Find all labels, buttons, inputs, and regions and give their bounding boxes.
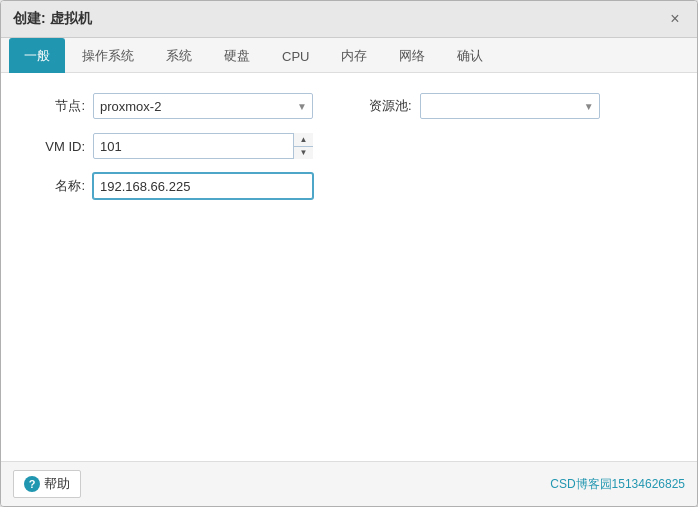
tab-cpu[interactable]: CPU [267,40,324,72]
vmid-label: VM ID: [25,139,85,154]
tab-general[interactable]: 一般 [9,38,65,73]
tab-disk[interactable]: 硬盘 [209,38,265,73]
tab-os[interactable]: 操作系统 [67,38,149,73]
vmid-spinner-buttons: ▲ ▼ [293,133,313,159]
tab-confirm[interactable]: 确认 [442,38,498,73]
tab-system[interactable]: 系统 [151,38,207,73]
vmid-spinner-wrap: ▲ ▼ [93,133,313,159]
create-vm-dialog: 创建: 虚拟机 × 一般 操作系统 系统 硬盘 CPU 内存 网络 确认 节点:… [0,0,698,507]
vmid-decrement-button[interactable]: ▼ [294,147,313,160]
tab-bar: 一般 操作系统 系统 硬盘 CPU 内存 网络 确认 [1,38,697,73]
node-select[interactable]: proxmox-2 [93,93,313,119]
close-button[interactable]: × [665,9,685,29]
tab-network[interactable]: 网络 [384,38,440,73]
tab-memory[interactable]: 内存 [326,38,382,73]
name-input[interactable] [93,173,313,199]
node-label: 节点: [25,97,85,115]
watermark: CSD博客园15134626825 [550,476,685,493]
dialog-title: 创建: 虚拟机 [13,10,92,28]
help-label: 帮助 [44,475,70,493]
name-label: 名称: [25,177,85,195]
pool-label: 资源池: [369,97,412,115]
vmid-input[interactable] [93,133,313,159]
vmid-increment-button[interactable]: ▲ [294,133,313,147]
help-button[interactable]: ? 帮助 [13,470,81,498]
help-icon: ? [24,476,40,492]
dialog-footer: ? 帮助 CSD博客园15134626825 [1,461,697,506]
title-bar: 创建: 虚拟机 × [1,1,697,38]
pool-select[interactable] [420,93,600,119]
node-select-wrap: proxmox-2 ▼ [93,93,313,119]
dialog-body: 节点: proxmox-2 ▼ 资源池: ▼ V [1,73,697,461]
pool-select-wrap: ▼ [420,93,600,119]
